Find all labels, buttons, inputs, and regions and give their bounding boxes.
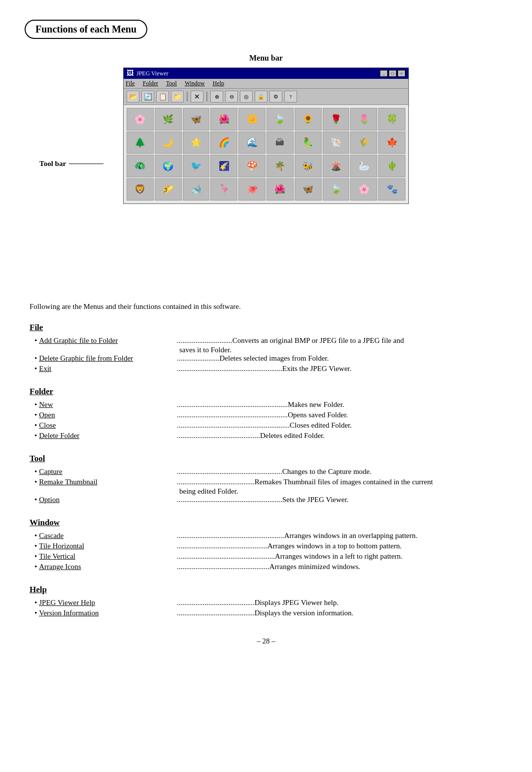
- toolbar-btn-3[interactable]: 📋: [156, 91, 169, 102]
- toolbar-btn-8[interactable]: ◎: [240, 91, 253, 102]
- item-name-add: Add Graphic file to Folder: [39, 336, 177, 345]
- item-name-viewer-help: JPEG Viewer Help: [39, 599, 177, 607]
- item-desc-close: Closes edited Folder.: [290, 421, 352, 430]
- item-dots-viewer-help: ........................................…: [177, 599, 255, 607]
- toolbar-btn-11[interactable]: ?: [284, 91, 297, 102]
- thumb-32: 🌮: [155, 178, 182, 201]
- thumb-21: 🦚: [127, 155, 154, 177]
- menu-help[interactable]: Help: [213, 80, 224, 87]
- item-desc-capture: Changes to the Capture mode.: [282, 468, 371, 476]
- bullet: •: [34, 432, 37, 440]
- window-item-tile-v: • Tile Vertical ........................…: [30, 552, 502, 561]
- toolbar-separator-1: [187, 92, 188, 101]
- thumb-14: 🌈: [210, 132, 237, 154]
- section-window-title: Window: [30, 518, 502, 528]
- section-file-title: File: [30, 323, 502, 333]
- tool-item-remake: • Remake Thumbnail .....................…: [30, 478, 502, 486]
- maximize-btn[interactable]: □: [389, 70, 397, 77]
- intro-text: Following are the Menus and their functi…: [30, 302, 502, 311]
- window-item-cascade: • Cascade ..............................…: [30, 532, 502, 540]
- item-dots-add: ..............................: [177, 336, 233, 345]
- toolbar-btn-1[interactable]: 📂: [127, 91, 139, 102]
- thumb-31: 🦁: [127, 178, 154, 201]
- toolbar-btn-9[interactable]: 🔒: [255, 91, 267, 102]
- section-help: Help • JPEG Viewer Help ................…: [30, 585, 502, 617]
- section-help-title: Help: [30, 585, 502, 595]
- item-dots-exit: ........................................…: [177, 365, 282, 373]
- section-window: Window • Cascade .......................…: [30, 518, 502, 571]
- item-desc-viewer-help: Displays JPEG Viewer help.: [255, 599, 338, 607]
- item-desc-open: Opens saved Folder.: [288, 411, 348, 419]
- thumb-16: 🏔: [266, 132, 294, 154]
- item-dots-tile-h: ........................................…: [177, 542, 267, 550]
- item-name-exit: Exit: [39, 365, 177, 373]
- item-name-cascade: Cascade: [39, 532, 177, 540]
- bullet: •: [34, 421, 37, 430]
- thumb-11: 🌲: [127, 132, 154, 154]
- tool-item-capture: • Capture ..............................…: [30, 468, 502, 476]
- thumb-2: 🌿: [155, 108, 182, 131]
- file-item-delete: • Delete Graphic file from Folder ......…: [30, 354, 502, 363]
- bullet: •: [34, 401, 37, 409]
- thumb-1: 🌸: [127, 108, 154, 131]
- thumb-3: 🦋: [183, 108, 210, 131]
- thumb-25: 🍄: [238, 155, 266, 177]
- menu-file[interactable]: File: [126, 80, 135, 87]
- window-titlebar: 🖼 JPEG Viewer _ □ ×: [124, 68, 408, 79]
- toolbar-btn-6[interactable]: ⊕: [210, 91, 223, 102]
- item-dots-delete: .......................: [177, 354, 219, 363]
- item-desc-option: Sets the JPEG Viewer.: [282, 496, 349, 504]
- item-dots-new: ........................................…: [177, 401, 288, 409]
- thumb-7: 🌻: [295, 108, 322, 131]
- toolbar-btn-10[interactable]: ⚙: [269, 91, 282, 102]
- item-name-tile-h: Tile Horizontal: [39, 542, 177, 550]
- folder-item-open: • Open .................................…: [30, 411, 502, 419]
- thumb-36: 🌺: [266, 178, 294, 201]
- item-name-tile-v: Tile Vertical: [39, 552, 177, 561]
- menu-folder[interactable]: Folder: [143, 80, 158, 87]
- item-dots-delete-folder: ........................................…: [177, 432, 260, 440]
- thumb-37: 🦋: [295, 178, 322, 201]
- thumb-17: 🦜: [295, 132, 322, 154]
- item-dots-open: ........................................…: [177, 411, 288, 419]
- bullet: •: [34, 563, 37, 571]
- thumb-38: 🍃: [323, 178, 350, 201]
- window-menubar: File Folder Tool Window Help: [124, 79, 408, 89]
- item-dots-close: ........................................…: [177, 421, 290, 430]
- item-dots-option: ........................................…: [177, 496, 282, 504]
- close-btn[interactable]: ×: [398, 70, 405, 77]
- thumb-27: 🐝: [295, 155, 322, 177]
- item-dots-remake: ........................................…: [177, 478, 255, 486]
- thumb-40: 🐾: [378, 178, 405, 201]
- item-name-arrange: Arrange Icons: [39, 563, 177, 571]
- item-desc-tile-v: Arranges windows in a left to right patt…: [275, 552, 402, 561]
- thumb-15: 🌊: [238, 132, 266, 154]
- item-name-delete: Delete Graphic file from Folder: [39, 354, 177, 363]
- item-desc-tile-h: Arranges windows in a top to bottom patt…: [267, 542, 401, 550]
- item-dots-capture: ........................................…: [177, 468, 282, 476]
- toolbar-btn-7[interactable]: ⊖: [225, 91, 238, 102]
- toolbar-btn-4[interactable]: 📁: [171, 91, 184, 102]
- bullet: •: [34, 478, 37, 486]
- file-item-exit: • Exit .................................…: [30, 365, 502, 373]
- help-item-version: • Version Information ..................…: [30, 609, 502, 617]
- window-mockup: 🖼 JPEG Viewer _ □ × File Folder Tool Win…: [123, 67, 409, 204]
- minimize-btn[interactable]: _: [380, 70, 388, 77]
- item-dots-tile-v: ........................................…: [177, 552, 275, 561]
- item-name-remake: Remake Thumbnail: [39, 478, 177, 486]
- toolbar-btn-2[interactable]: 🔄: [141, 91, 154, 102]
- thumb-13: ⭐: [183, 132, 210, 154]
- menu-tool[interactable]: Tool: [166, 80, 177, 87]
- menu-window[interactable]: Window: [185, 80, 205, 87]
- thumb-12: 🌙: [155, 132, 182, 154]
- item-name-new: New: [39, 401, 177, 409]
- thumb-30: 🌵: [378, 155, 405, 177]
- tool-item-option: • Option ...............................…: [30, 496, 502, 504]
- item-desc-exit: Exits the JPEG Viewer.: [282, 365, 351, 373]
- folder-item-close: • Close ................................…: [30, 421, 502, 430]
- page-title-badge: Functions of each Menu: [25, 20, 147, 39]
- arrow-line: [69, 164, 103, 164]
- toolbar-btn-5[interactable]: ✕: [191, 91, 203, 102]
- file-item-add: • Add Graphic file to Folder ...........…: [30, 336, 502, 345]
- item-name-open: Open: [39, 411, 177, 419]
